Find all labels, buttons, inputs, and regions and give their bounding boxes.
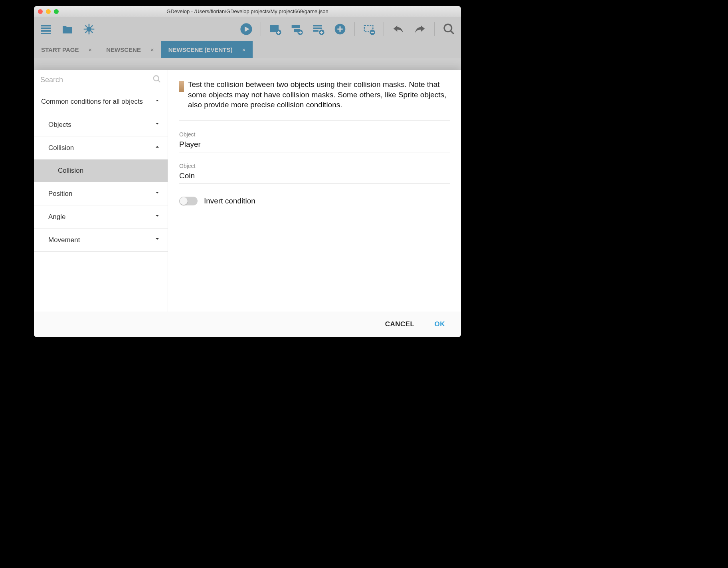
tree-item-objects[interactable]: Objects	[34, 113, 168, 136]
tree-label: Common conditions for all objects	[41, 97, 143, 106]
tree-label: Position	[48, 190, 72, 198]
condition-tree: Common conditions for all objects Object…	[34, 90, 168, 312]
window-title: GDevelop - /Users/florian/GDevelop proje…	[34, 8, 461, 14]
search-input[interactable]	[40, 76, 152, 84]
traffic-lights	[38, 9, 59, 14]
tree-group-common[interactable]: Common conditions for all objects	[34, 90, 168, 113]
tree-label: Objects	[48, 121, 71, 129]
search-icon	[152, 75, 161, 85]
search-wrapper	[34, 70, 168, 90]
titlebar: GDevelop - /Users/florian/GDevelop proje…	[34, 6, 461, 17]
svg-point-19	[154, 76, 159, 81]
condition-description: Test the collision between two objects u…	[188, 79, 450, 110]
ok-button[interactable]: OK	[435, 320, 445, 328]
chevron-down-icon	[154, 120, 160, 129]
divider	[179, 120, 450, 121]
app-window: GDevelop - /Users/florian/GDevelop proje…	[34, 6, 461, 337]
condition-detail-pane: Test the collision between two objects u…	[168, 70, 461, 312]
dialog-body: Common conditions for all objects Object…	[34, 70, 461, 312]
tree-item-collision[interactable]: Collision	[34, 136, 168, 160]
cancel-button[interactable]: CANCEL	[385, 320, 415, 328]
field-label: Object	[179, 131, 450, 138]
chevron-down-icon	[154, 213, 160, 221]
dialog-footer: CANCEL OK	[34, 312, 461, 337]
field-label: Object	[179, 163, 450, 169]
chevron-down-icon	[154, 189, 160, 198]
object-2-input[interactable]	[179, 170, 450, 184]
close-window-button[interactable]	[38, 9, 43, 14]
invert-label: Invert condition	[204, 197, 255, 205]
field-object-2: Object	[179, 163, 450, 184]
field-object-1: Object	[179, 131, 450, 152]
chevron-up-icon	[154, 144, 160, 152]
invert-toggle[interactable]	[179, 197, 198, 205]
tree-label: Collision	[48, 144, 74, 152]
invert-condition-row: Invert condition	[179, 197, 450, 205]
tree-item-position[interactable]: Position	[34, 182, 168, 205]
object-1-input[interactable]	[179, 138, 450, 152]
condition-icon	[179, 81, 184, 92]
chevron-down-icon	[154, 236, 160, 244]
condition-tree-pane: Common conditions for all objects Object…	[34, 70, 168, 312]
description-row: Test the collision between two objects u…	[179, 79, 450, 110]
condition-dialog: Common conditions for all objects Object…	[34, 70, 461, 337]
tree-label: Angle	[48, 213, 65, 221]
tree-label: Movement	[48, 236, 80, 244]
chevron-up-icon	[154, 97, 160, 106]
tree-item-movement[interactable]: Movement	[34, 229, 168, 252]
tree-label: Collision	[58, 167, 83, 175]
tree-item-collision-selected[interactable]: Collision	[34, 160, 168, 182]
tree-item-angle[interactable]: Angle	[34, 205, 168, 229]
maximize-window-button[interactable]	[54, 9, 59, 14]
minimize-window-button[interactable]	[46, 9, 51, 14]
